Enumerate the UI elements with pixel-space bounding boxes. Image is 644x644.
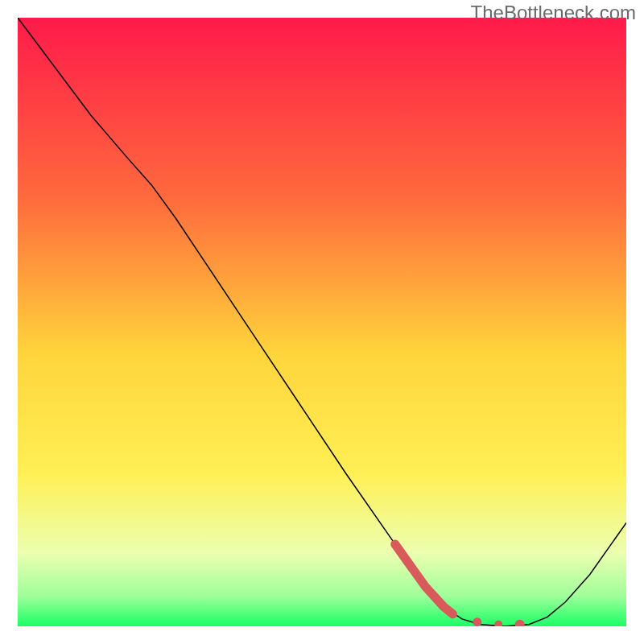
- plot-area: [18, 18, 626, 626]
- gradient-background: [18, 18, 626, 626]
- highlight-dot: [473, 617, 481, 626]
- chart-container: TheBottleneck.com: [0, 0, 644, 644]
- watermark-text: TheBottleneck.com: [471, 2, 636, 24]
- chart-svg: [18, 18, 626, 626]
